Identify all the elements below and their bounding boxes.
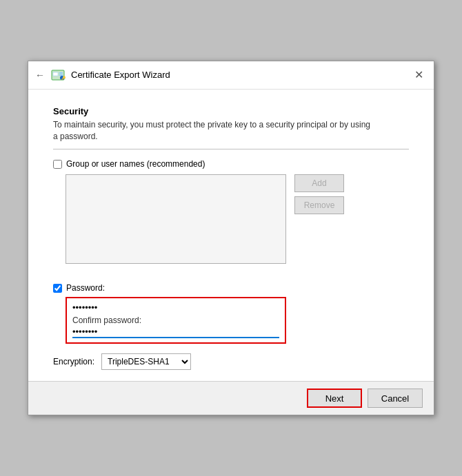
dialog-footer: Next Cancel: [28, 381, 434, 415]
password-checkbox-label: Password:: [66, 283, 105, 293]
add-button[interactable]: Add: [294, 174, 344, 192]
group-checkbox[interactable]: [53, 160, 62, 169]
remove-button[interactable]: Remove: [294, 196, 344, 214]
section-divider: [53, 149, 409, 149]
section-description: To maintain security, you must protect t…: [53, 119, 409, 143]
svg-rect-2: [59, 72, 63, 74]
svg-text:🔑: 🔑: [61, 76, 66, 81]
section-title: Security: [53, 106, 409, 116]
next-button[interactable]: Next: [307, 389, 362, 408]
close-button[interactable]: ✕: [410, 67, 427, 83]
encryption-select[interactable]: TripleDES-SHA1 AES256-SHA256: [101, 353, 191, 370]
password-input[interactable]: [72, 302, 279, 313]
list-buttons: Add Remove: [294, 174, 344, 214]
svg-rect-1: [53, 72, 58, 76]
cancel-button[interactable]: Cancel: [368, 389, 423, 408]
list-and-buttons-container: Add Remove: [53, 174, 409, 273]
dialog-title: Certificate Export Wizard: [71, 70, 170, 80]
dialog-content: Security To maintain security, you must …: [28, 90, 434, 382]
password-checkbox[interactable]: [53, 284, 62, 293]
confirm-password-input[interactable]: [72, 327, 279, 338]
password-section: Password: Confirm password:: [53, 283, 409, 344]
encryption-row: Encryption: TripleDES-SHA1 AES256-SHA256: [53, 353, 409, 370]
encryption-label: Encryption:: [53, 357, 94, 366]
group-checkbox-label: Group or user names (recommended): [66, 159, 205, 169]
password-checkbox-row: Password:: [53, 283, 409, 293]
title-bar: ← 🔑 Certificate Export Wizard ✕: [28, 61, 434, 90]
user-list-area: [66, 174, 286, 264]
back-arrow-button[interactable]: ←: [35, 70, 45, 81]
confirm-password-label: Confirm password:: [72, 315, 279, 325]
certificate-export-wizard-dialog: ← 🔑 Certificate Export Wizard ✕ Security…: [28, 61, 434, 416]
password-input-container: Confirm password:: [66, 297, 286, 344]
title-left: ← 🔑 Certificate Export Wizard: [35, 68, 170, 83]
wizard-icon: 🔑: [50, 68, 66, 83]
group-checkbox-row: Group or user names (recommended): [53, 159, 409, 169]
